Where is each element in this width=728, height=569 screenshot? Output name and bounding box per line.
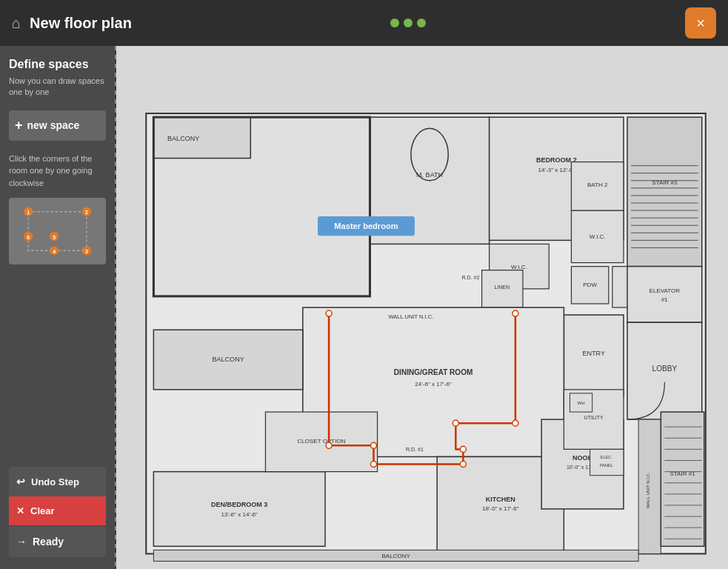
- svg-text:R.D. #1: R.D. #1: [406, 447, 424, 452]
- topbar-dots: [390, 19, 426, 27]
- app-title: New floor plan: [30, 15, 132, 32]
- ready-button[interactable]: → Ready: [9, 525, 106, 557]
- svg-text:WALL UNIT N.I.C.: WALL UNIT N.I.C.: [388, 313, 433, 320]
- new-space-label: new space: [27, 119, 80, 131]
- svg-point-103: [370, 462, 376, 467]
- svg-text:STAIR #3: STAIR #3: [652, 179, 678, 186]
- svg-text:5: 5: [53, 235, 56, 240]
- svg-text:ELEVATOR: ELEVATOR: [649, 287, 681, 294]
- svg-text:ELEC.: ELEC.: [601, 455, 612, 459]
- new-space-button[interactable]: + new space: [9, 110, 106, 141]
- svg-text:WALL UNIT N.I.C.: WALL UNIT N.I.C.: [646, 472, 650, 508]
- svg-text:BALCONY: BALCONY: [382, 553, 411, 559]
- svg-text:WH: WH: [578, 401, 585, 405]
- ready-label: Ready: [33, 536, 64, 548]
- sidebar-bottom: ↩ Undo Step ✕ Clear → Ready: [9, 467, 106, 557]
- svg-text:PANEL: PANEL: [600, 463, 613, 467]
- svg-text:PDW: PDW: [583, 282, 597, 288]
- svg-text:LINEN: LINEN: [494, 284, 510, 290]
- undo-label: Undo Step: [31, 476, 79, 488]
- arrow-right-icon: →: [16, 536, 27, 548]
- svg-point-106: [453, 420, 458, 426]
- svg-text:STAIR #1: STAIR #1: [669, 470, 695, 477]
- svg-text:13'-6" x 14'-6": 13'-6" x 14'-6": [221, 511, 258, 518]
- svg-text:DINING/GREAT ROOM: DINING/GREAT ROOM: [394, 368, 473, 376]
- sidebar: Define spaces Now you can draw spaces on…: [0, 46, 115, 569]
- svg-text:BATH 2: BATH 2: [587, 182, 608, 188]
- svg-text:R.D. #2: R.D. #2: [462, 275, 480, 280]
- clear-label: Clear: [30, 505, 55, 516]
- svg-text:1: 1: [27, 210, 30, 216]
- sidebar-title: Define spaces: [9, 58, 106, 71]
- svg-text:ENTRY: ENTRY: [582, 350, 605, 357]
- home-icon: ⌂: [12, 15, 21, 32]
- svg-text:BALCONY: BALCONY: [212, 356, 244, 363]
- sidebar-description: Now you can draw spaces one by one: [9, 76, 106, 99]
- svg-text:W.I.C.: W.I.C.: [590, 233, 606, 240]
- svg-text:4: 4: [53, 249, 56, 254]
- room-diagram: 1 2 3 4 5 6: [9, 198, 106, 264]
- close-button[interactable]: ×: [685, 7, 716, 39]
- svg-point-105: [460, 446, 466, 452]
- svg-text:14'-3" x 12'-0": 14'-3" x 12'-0": [538, 167, 575, 173]
- svg-text:W.I.C.: W.I.C.: [511, 264, 527, 270]
- svg-rect-69: [153, 472, 325, 547]
- instruction-text: Click the corners of the room one by one…: [9, 153, 106, 190]
- svg-point-101: [326, 442, 332, 448]
- main-area: Define spaces Now you can draw spaces on…: [0, 46, 728, 569]
- undo-step-button[interactable]: ↩ Undo Step: [9, 467, 106, 496]
- svg-text:Master bedroom: Master bedroom: [334, 222, 398, 230]
- svg-point-102: [370, 442, 376, 448]
- dot-2: [404, 19, 413, 27]
- dot-3: [417, 19, 426, 27]
- svg-rect-0: [28, 212, 87, 251]
- dot-1: [390, 19, 399, 27]
- svg-text:24'-6" x 17'-6": 24'-6" x 17'-6": [415, 381, 452, 387]
- svg-text:DEN/BEDROOM 3: DEN/BEDROOM 3: [211, 501, 267, 508]
- svg-point-104: [460, 462, 466, 467]
- topbar-left: ⌂ New floor plan: [12, 15, 132, 32]
- svg-text:6: 6: [27, 235, 30, 240]
- svg-rect-50: [627, 267, 702, 323]
- svg-text:UTILITY: UTILITY: [584, 415, 604, 420]
- svg-text:18'-0" x 17'-6": 18'-0" x 17'-6": [482, 505, 519, 512]
- svg-text:3: 3: [85, 249, 88, 254]
- svg-text:2: 2: [85, 210, 88, 216]
- floorplan-area[interactable]: BALCONY M. BATH BEDROOM 2 14'-3" x 12'-0…: [116, 46, 728, 569]
- svg-text:BEDROOM 2: BEDROOM 2: [536, 156, 577, 164]
- plus-icon: +: [15, 118, 23, 133]
- svg-text:LOBBY: LOBBY: [652, 365, 678, 373]
- undo-icon: ↩: [16, 476, 25, 488]
- svg-text:CLOSET OPTION: CLOSET OPTION: [297, 438, 345, 445]
- svg-rect-80: [661, 412, 704, 546]
- clear-icon: ✕: [16, 505, 24, 516]
- svg-text:BALCONY: BALCONY: [167, 135, 199, 142]
- clear-button[interactable]: ✕ Clear: [9, 496, 106, 525]
- svg-text:KITCHEN: KITCHEN: [486, 496, 515, 503]
- svg-point-107: [512, 420, 518, 426]
- svg-point-100: [326, 310, 332, 316]
- topbar: ⌂ New floor plan ×: [0, 0, 728, 46]
- svg-text:#1: #1: [661, 296, 668, 303]
- svg-rect-24: [627, 117, 702, 266]
- svg-point-108: [512, 310, 518, 316]
